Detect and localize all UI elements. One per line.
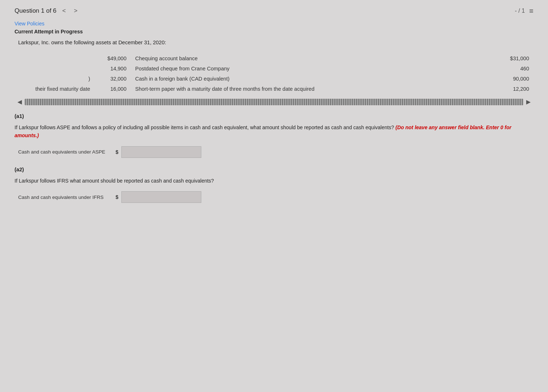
table-row: $49,000 Chequing account balance $31,000 bbox=[15, 53, 533, 64]
section-a2-input[interactable] bbox=[121, 191, 201, 203]
scroll-left-arrow[interactable]: ◀ bbox=[15, 97, 25, 107]
row4-amount1: 16,000 bbox=[94, 84, 131, 94]
section-a2: (a2) If Larkspur follows IFRS what amoun… bbox=[15, 167, 533, 203]
section-a2-question-text: If Larkspur follows IFRS what amount sho… bbox=[15, 178, 214, 184]
row4-amount2: 12,200 bbox=[481, 84, 533, 94]
table-row: their fixed maturity date 16,000 Short-t… bbox=[15, 84, 533, 94]
section-a1: (a1) If Larkspur follows ASPE and follow… bbox=[15, 113, 533, 158]
nav-prev-button[interactable]: < bbox=[60, 7, 68, 15]
top-right: - / 1 ≡ bbox=[515, 7, 533, 15]
section-a2-label: (a2) bbox=[15, 167, 533, 172]
question-label: Question 1 of 6 bbox=[15, 7, 56, 15]
scrollbar-track[interactable] bbox=[25, 99, 523, 105]
row3-amount2: 90,000 bbox=[481, 74, 533, 84]
section-a2-answer-label: Cash and cash equivalents under IFRS bbox=[18, 195, 113, 200]
row2-amount1: 14,900 bbox=[94, 64, 131, 74]
scrollbar-row: ◀ ▶ bbox=[15, 97, 533, 107]
section-a1-question-text: If Larkspur follows ASPE and follows a p… bbox=[15, 124, 394, 130]
section-a1-answer-row: Cash and cash equivalents under ASPE $ bbox=[18, 146, 533, 158]
row1-amount1: $49,000 bbox=[94, 53, 131, 64]
nav-left: Question 1 of 6 < > bbox=[15, 7, 80, 15]
scrollbar-thumb[interactable] bbox=[25, 99, 523, 105]
row4-description: Short-term paper with a maturity date of… bbox=[131, 84, 481, 94]
view-policies-link[interactable]: View Policies bbox=[15, 21, 44, 26]
intro-text: Larkspur, Inc. owns the following assets… bbox=[18, 40, 533, 45]
row2-amount2: 460 bbox=[481, 64, 533, 74]
section-a1-label: (a1) bbox=[15, 113, 533, 119]
row3-left-label: ) bbox=[15, 74, 94, 84]
section-a1-answer-label: Cash and cash equivalents under ASPE bbox=[18, 149, 113, 155]
menu-icon[interactable]: ≡ bbox=[529, 7, 533, 15]
page-container: Question 1 of 6 < > - / 1 ≡ View Policie… bbox=[0, 0, 548, 392]
assets-table-wrapper: $49,000 Chequing account balance $31,000… bbox=[15, 53, 533, 94]
row2-left-label bbox=[15, 64, 94, 74]
assets-table: $49,000 Chequing account balance $31,000… bbox=[15, 53, 533, 94]
section-a2-answer-row: Cash and cash equivalents under IFRS $ bbox=[18, 191, 533, 203]
table-row: ) 32,000 Cash in a foreign bank (CAD equ… bbox=[15, 74, 533, 84]
section-a1-input[interactable] bbox=[121, 146, 201, 158]
current-attempt-label: Current Attempt in Progress bbox=[15, 29, 533, 34]
row1-amount2: $31,000 bbox=[481, 53, 533, 64]
row1-description: Chequing account balance bbox=[131, 53, 481, 64]
section-a1-question: If Larkspur follows ASPE and follows a p… bbox=[15, 123, 533, 140]
row2-description: Postdated cheque from Crane Company bbox=[131, 64, 481, 74]
row4-left-label: their fixed maturity date bbox=[15, 84, 94, 94]
top-bar: Question 1 of 6 < > - / 1 ≡ bbox=[15, 7, 533, 15]
row3-amount1: 32,000 bbox=[94, 74, 131, 84]
section-a2-dollar-sign: $ bbox=[116, 194, 118, 200]
section-a1-dollar-sign: $ bbox=[116, 149, 118, 155]
score-text: - / 1 bbox=[515, 8, 525, 14]
row1-left-label bbox=[15, 53, 94, 64]
nav-next-button[interactable]: > bbox=[72, 7, 80, 15]
section-a2-question: If Larkspur follows IFRS what amount sho… bbox=[15, 177, 533, 185]
table-row: 14,900 Postdated cheque from Crane Compa… bbox=[15, 64, 533, 74]
row3-description: Cash in a foreign bank (CAD equivalent) bbox=[131, 74, 481, 84]
scroll-right-arrow[interactable]: ▶ bbox=[523, 97, 533, 107]
